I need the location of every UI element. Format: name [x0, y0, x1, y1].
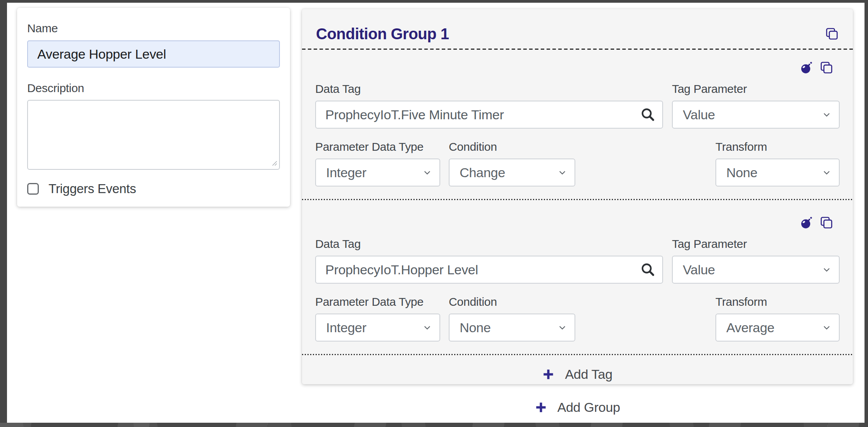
condition-field: Condition None	[449, 295, 575, 342]
window-frame-bottom	[0, 423, 868, 427]
add-tag-button[interactable]: Add Tag	[542, 367, 612, 382]
description-label: Description	[27, 82, 280, 95]
transform-label: Transform	[715, 140, 840, 153]
parameter-data-type-label: Parameter Data Type	[315, 140, 440, 153]
data-tag-input[interactable]	[315, 256, 663, 284]
condition-fields-top: Data Tag Tag Parameter V	[315, 237, 840, 284]
data-tag-label: Data Tag	[315, 237, 663, 251]
condition-value: None	[460, 320, 491, 335]
tag-parameter-value: Value	[683, 262, 715, 277]
data-tag-field: Data Tag	[315, 237, 663, 284]
condition-field: Condition Change	[449, 140, 575, 186]
tag-parameter-label: Tag Parameter	[672, 237, 840, 251]
transform-value: None	[726, 165, 757, 180]
description-textarea[interactable]	[27, 100, 280, 170]
transform-value: Average	[726, 320, 774, 335]
tag-parameter-label: Tag Parameter	[672, 82, 840, 96]
checkbox-row: Triggers Events	[27, 181, 280, 196]
condition-group-card: Condition Group 1	[302, 9, 853, 384]
chevron-down-icon	[557, 322, 568, 333]
tag-parameter-select[interactable]: Value	[672, 101, 840, 129]
condition-select[interactable]: Change	[449, 159, 575, 186]
add-group-row: Add Group	[302, 393, 853, 421]
triggers-events-checkbox[interactable]	[27, 183, 39, 195]
detail-card: Name Description Triggers Events	[17, 8, 290, 207]
chevron-down-icon	[821, 322, 832, 333]
parameter-data-type-label: Parameter Data Type	[315, 295, 440, 308]
add-group-button[interactable]: Add Group	[535, 400, 620, 415]
bomb-icon	[800, 61, 814, 74]
condition-group-header: Condition Group 1	[315, 9, 840, 49]
copy-condition-button[interactable]	[819, 61, 833, 75]
condition-actions	[315, 61, 833, 75]
plus-icon	[535, 401, 547, 413]
condition-select[interactable]: None	[449, 314, 575, 342]
tag-parameter-select[interactable]: Value	[672, 256, 840, 284]
condition-label: Condition	[449, 140, 575, 153]
add-tag-row: Add Tag	[315, 357, 840, 391]
condition-actions	[315, 216, 833, 230]
data-tag-input[interactable]	[315, 101, 663, 129]
condition-fields-top: Data Tag Tag Parameter V	[315, 82, 840, 129]
parameter-data-type-value: Integer	[326, 165, 366, 180]
tag-parameter-field: Tag Parameter Value	[672, 82, 840, 129]
window-frame-left	[0, 0, 7, 427]
copy-icon	[819, 61, 833, 75]
screen: Name Description Triggers Events Conditi…	[0, 0, 868, 427]
window-frame-right	[865, 0, 868, 427]
bomb-icon	[800, 216, 814, 229]
chevron-down-icon	[821, 110, 832, 120]
chevron-down-icon	[557, 167, 568, 178]
window-frame-top	[0, 0, 868, 3]
parameter-data-type-value: Integer	[326, 320, 366, 335]
delete-condition-button[interactable]	[800, 61, 814, 74]
resize-handle-icon[interactable]	[271, 160, 277, 166]
transform-label: Transform	[715, 295, 840, 308]
add-group-label: Add Group	[557, 400, 620, 415]
chevron-down-icon	[821, 265, 832, 275]
data-tag-field: Data Tag	[315, 82, 663, 129]
parameter-data-type-field: Parameter Data Type Integer	[315, 140, 440, 186]
condition-group-title: Condition Group 1	[316, 25, 449, 43]
parameter-data-type-select[interactable]: Integer	[315, 314, 440, 342]
data-tag-label: Data Tag	[315, 82, 663, 96]
condition-divider	[302, 199, 853, 200]
chevron-down-icon	[422, 167, 432, 178]
transform-field: Transform None	[715, 140, 840, 186]
search-icon[interactable]	[641, 262, 655, 277]
copy-condition-button[interactable]	[819, 216, 833, 230]
condition-fields-bottom: Parameter Data Type Integer Condition No…	[315, 295, 840, 342]
transform-field: Transform Average	[715, 295, 840, 342]
copy-group-button[interactable]	[825, 27, 839, 41]
condition-row: Data Tag Tag Parameter V	[315, 61, 840, 200]
plus-icon	[542, 368, 554, 380]
condition-value: Change	[460, 165, 505, 180]
parameter-data-type-select[interactable]: Integer	[315, 159, 440, 186]
condition-label: Condition	[449, 295, 575, 308]
transform-select[interactable]: None	[715, 159, 840, 186]
name-input[interactable]	[27, 40, 280, 68]
copy-icon	[825, 27, 839, 41]
delete-condition-button[interactable]	[800, 216, 814, 229]
condition-fields-bottom: Parameter Data Type Integer Condition Ch…	[315, 140, 840, 186]
triggers-events-label: Triggers Events	[49, 181, 136, 196]
copy-icon	[819, 216, 833, 230]
add-tag-label: Add Tag	[565, 367, 612, 382]
chevron-down-icon	[422, 322, 432, 333]
chevron-down-icon	[821, 167, 832, 178]
transform-select[interactable]: Average	[715, 314, 840, 342]
name-label: Name	[27, 22, 280, 35]
condition-divider	[302, 354, 853, 355]
parameter-data-type-field: Parameter Data Type Integer	[315, 295, 440, 342]
description-field	[27, 100, 280, 170]
group-header-divider	[302, 49, 853, 50]
tag-parameter-field: Tag Parameter Value	[672, 237, 840, 284]
search-icon[interactable]	[641, 107, 655, 122]
condition-row: Data Tag Tag Parameter V	[315, 216, 840, 355]
tag-parameter-value: Value	[683, 107, 715, 122]
